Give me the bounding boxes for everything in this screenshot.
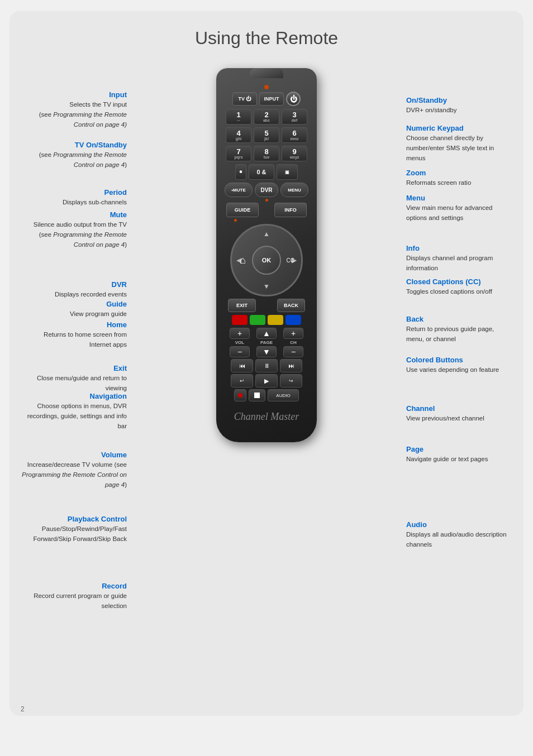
label-dvr: DVR Displays recorded events [21,280,127,299]
nav-up-arrow[interactable]: ▲ [263,230,270,238]
fast-forward-button[interactable]: ⏭ [280,359,302,372]
num-6-button[interactable]: 6 mno [282,127,307,143]
red-button[interactable] [232,315,248,325]
right-labels: On/Standby DVR+ on/standby Numeric Keypa… [401,63,512,705]
label-info: Info Displays channel and program inform… [406,244,512,272]
num-2-button[interactable]: 2 abc [254,109,279,125]
page-down-button[interactable]: ▼ [256,346,277,357]
skip-forward-button[interactable]: ↪ [280,374,302,387]
label-exit: Exit Close menu/guide and return to view… [21,364,127,393]
ir-indicator [264,85,269,89]
label-volume: Volume Increase/decrease TV volume (see … [21,451,127,489]
label-colored-buttons: Colored Buttons Use varies depending on … [406,356,512,374]
tv-button[interactable]: TV ⏻ [232,92,257,106]
back-button[interactable]: BACK [277,299,305,312]
label-playback: Playback Control Pause/Stop/Rewind/Play/… [21,515,127,543]
remote-wrapper: TV ⏻ INPUT ⏻ 1 ··· 2 [132,63,401,705]
row-456: 4 ghi 5 jkl 6 mno [222,127,311,143]
row-top-buttons: TV ⏻ INPUT ⏻ [222,92,311,106]
left-labels: Input Selects the TV input(see Programmi… [21,63,132,705]
nav-down-arrow[interactable]: ▼ [263,283,270,290]
label-back: Back Return to previous guide page, menu… [406,315,512,343]
num-5-button[interactable]: 5 jkl [254,127,279,143]
label-numeric-keypad: Numeric Keypad Choose channel directly b… [406,124,512,162]
vol-up-button[interactable]: + [230,328,250,339]
guide-button[interactable]: GUIDE [226,203,259,217]
power-button[interactable]: ⏻ [286,92,301,106]
menu-button[interactable]: MENU [280,183,308,197]
row-789: 7 pqrs 8 tuv 9 wxyz [222,146,311,161]
transport-row-1: ⏮ ⏸ ⏭ [222,359,311,372]
label-channel: Channel View previous/next channel [406,404,512,423]
label-guide: Guide View program guide [21,300,127,318]
label-zoom: Zoom Reformats screen ratio [406,169,512,187]
label-menu: Menu View main menu for advanced options… [406,194,512,222]
navigation-ring[interactable]: ▲ ▼ ◀ ▶ ⌂ OK CC [230,224,303,296]
content-area: Input Selects the TV input(see Programmi… [21,63,512,705]
label-navigation: Navigation Choose options in menus, DVR … [21,392,127,430]
channel-master-logo: Channel Master [222,404,311,425]
guide-indicator [234,219,237,222]
ch-column: + CH − [281,328,306,357]
rewind-button[interactable]: ⏮ [231,359,253,372]
stop-icon [254,393,260,398]
record-dot-button[interactable] [234,389,246,401]
page-column: ▲ PAGE ▼ [254,328,279,357]
num-1-button[interactable]: 1 ··· [226,109,251,125]
label-tv-on-standby: TV On/Standby (see Programming the Remot… [21,141,127,169]
row-mute-dvr-menu: •MUTE DVR MENU [222,183,311,197]
record-dot-icon [238,393,242,398]
label-home: Home Returns to home screen from Interne… [21,320,127,349]
row-exit-back: EXIT BACK [222,299,311,312]
page-container: Using the Remote Input Selects the TV in… [9,11,524,716]
label-input: Input Selects the TV input(see Programmi… [21,90,127,129]
page-title: Using the Remote [21,22,512,63]
num-7-button[interactable]: 7 pqrs [226,146,251,161]
num-4-button[interactable]: 4 ghi [226,127,251,143]
yellow-button[interactable] [268,315,283,325]
label-audio: Audio Displays all audio/audio descripti… [406,520,512,549]
colored-buttons-row [222,315,311,325]
ch-down-button[interactable]: − [283,346,303,357]
label-mute: Mute Silence audio output from the TV (s… [21,210,127,249]
zoom-button[interactable]: ▣ [277,164,298,180]
num-8-button[interactable]: 8 tuv [254,146,279,161]
input-button[interactable]: INPUT [259,92,284,106]
row-guide-info: GUIDE INFO [222,203,311,217]
ch-up-button[interactable]: + [283,328,303,339]
remote-top-bump [250,68,283,78]
mute-button[interactable]: •MUTE [225,183,253,197]
num-0-button[interactable]: 0 & [249,164,274,180]
dvr-button[interactable]: DVR [255,183,278,197]
row-record-stop-audio: AUDIO [222,389,311,401]
period-button[interactable]: • [235,164,246,180]
page-number: 2 [21,705,25,713]
vol-down-button[interactable]: − [230,346,250,357]
pause-button[interactable]: ⏸ [255,359,278,372]
skip-back-button[interactable]: ↩ [231,374,253,387]
home-icon[interactable]: ⌂ [240,255,246,266]
audio-button[interactable]: AUDIO [268,389,299,401]
cc-button[interactable]: CC [287,257,294,264]
play-button[interactable]: ▶ [255,374,278,387]
page-up-button[interactable]: ▲ [256,328,277,339]
green-button[interactable] [250,315,265,325]
transport-row-2: ↩ ▶ ↪ [222,374,311,387]
ok-button[interactable]: OK [252,246,281,275]
stop-button[interactable] [249,389,265,401]
row-123: 1 ··· 2 abc 3 def [222,109,311,125]
remote: TV ⏻ INPUT ⏻ 1 ··· 2 [216,68,317,442]
dvr-indicator [265,199,268,202]
label-page: Page Navigate guide or text pages [406,445,512,463]
info-button[interactable]: INFO [274,203,307,217]
exit-button[interactable]: EXIT [228,299,256,312]
label-on-standby: On/Standby DVR+ on/standby [406,96,512,114]
blue-button[interactable] [285,315,301,325]
num-3-button[interactable]: 3 def [282,109,307,125]
row-period-0-zoom: • 0 & ▣ [222,164,311,180]
label-closed-captions: Closed Captions (CC) Toggles closed capt… [406,277,512,296]
vol-column: + VOL − [227,328,252,357]
label-record: Record Record current program or guide s… [21,582,127,610]
num-9-button[interactable]: 9 wxyz [282,146,307,161]
vol-page-ch-section: + VOL − ▲ PAGE ▼ + CH − [222,328,311,357]
